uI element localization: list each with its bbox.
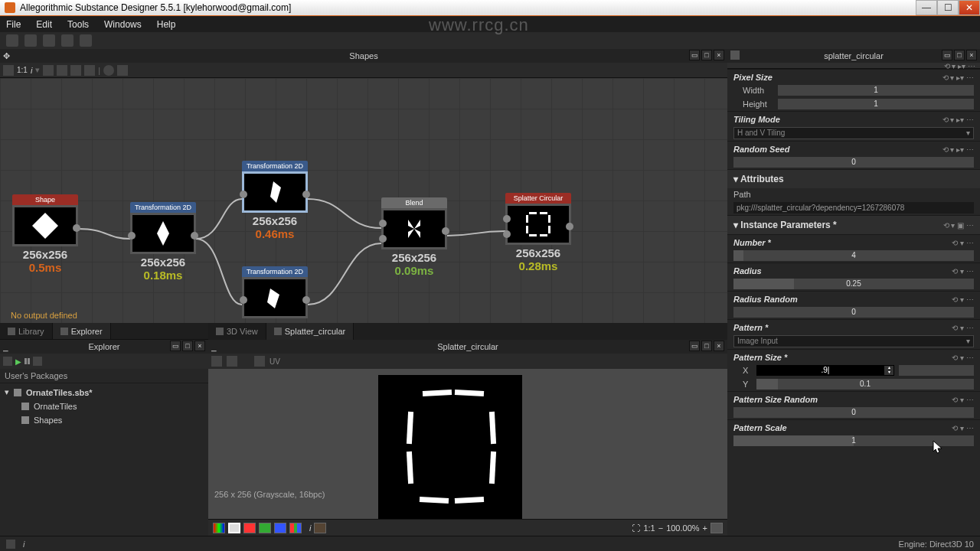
- pattern-x-slider-tail[interactable]: [899, 365, 974, 376]
- view-canvas[interactable]: 256 x 256 (Grayscale, 16bpc): [208, 369, 727, 519]
- save-icon[interactable]: [43, 34, 55, 47]
- pattern-scale-slider[interactable]: 1: [733, 435, 974, 446]
- info-icon[interactable]: i: [31, 66, 32, 75]
- minimize-button[interactable]: —: [916, 0, 937, 15]
- tree-item[interactable]: OrnateTiles: [0, 399, 208, 413]
- autolayout-icon[interactable]: [84, 65, 95, 76]
- menu-file[interactable]: File: [6, 19, 21, 30]
- prop-tools[interactable]: ⟲ ▾ ⋯: [952, 396, 974, 404]
- pause-icon[interactable]: [24, 358, 30, 364]
- zoom-label[interactable]: 1:1: [17, 66, 28, 74]
- panel-max-icon[interactable]: □: [701, 341, 712, 351]
- prop-tools[interactable]: ⟲ ▾ ⋯: [952, 239, 974, 247]
- reset-view-icon[interactable]: [3, 65, 14, 76]
- prop-tools[interactable]: ⟲ ▾ ▸▾ ⋯: [942, 73, 974, 82]
- menu-help[interactable]: Help: [157, 19, 176, 30]
- play-icon[interactable]: ▶: [15, 357, 21, 366]
- saveall-icon[interactable]: [61, 34, 74, 47]
- tree-item[interactable]: ▾OrnateTiles.sbs*: [0, 385, 208, 399]
- zoom-out-icon[interactable]: −: [658, 523, 663, 533]
- panel-undock-icon[interactable]: ▭: [689, 50, 700, 60]
- channel-g-icon[interactable]: [259, 523, 271, 533]
- pattern-x-input[interactable]: .9|▴▾: [756, 365, 894, 376]
- export-icon[interactable]: [80, 34, 92, 47]
- panel-undock-icon[interactable]: ▭: [942, 50, 952, 60]
- prop-tools[interactable]: ⟲ ▾ ▸▾ ⋯: [942, 145, 974, 154]
- seed-slider[interactable]: 0: [733, 157, 974, 168]
- output-port[interactable]: [191, 232, 198, 240]
- folder-icon[interactable]: [33, 357, 42, 366]
- zoom-in-icon[interactable]: +: [703, 523, 707, 533]
- input-port[interactable]: [503, 215, 511, 223]
- panel-close-icon[interactable]: ×: [714, 50, 724, 60]
- menu-edit[interactable]: Edit: [36, 19, 52, 30]
- input-port[interactable]: [240, 296, 247, 304]
- panel-close-icon[interactable]: ×: [966, 50, 977, 60]
- radius-random-slider[interactable]: 0: [733, 307, 974, 318]
- node-shape[interactable]: Shape 256x256 0.5ms: [12, 194, 78, 274]
- move-handle-icon[interactable]: ✥: [3, 49, 10, 63]
- expand-icon[interactable]: ▾: [5, 387, 9, 397]
- output-port[interactable]: [442, 227, 449, 235]
- info-icon[interactable]: i: [309, 523, 311, 533]
- close-button[interactable]: ✕: [959, 0, 980, 15]
- section-instance[interactable]: ▾ Instance Parameters *⟲ ▾ ▣ ⋯: [727, 215, 980, 234]
- flow-icon[interactable]: [70, 65, 81, 76]
- pattern-size-random-slider[interactable]: 0: [733, 407, 974, 418]
- link-icon[interactable]: [57, 65, 67, 76]
- prop-tools[interactable]: ⟲ ▾ ▸▾ ⋯: [942, 116, 974, 124]
- panel-max-icon[interactable]: □: [701, 50, 712, 60]
- section-attributes[interactable]: ▾ Attributes: [727, 169, 980, 188]
- menu-windows[interactable]: Windows: [104, 19, 142, 30]
- prop-tools[interactable]: ⟲ ▾ ▸▾ ⋯: [944, 63, 975, 70]
- prop-tools[interactable]: ⟲ ▾ ⋯: [952, 295, 974, 304]
- open-icon[interactable]: [24, 34, 37, 47]
- panel-undock-icon[interactable]: ▭: [170, 341, 181, 351]
- maximize-button[interactable]: ☐: [937, 0, 959, 15]
- output-port[interactable]: [73, 224, 80, 232]
- node-transform-a[interactable]: Transformation 2D 256x256 0.18ms: [130, 202, 196, 282]
- number-slider[interactable]: 4: [733, 250, 974, 261]
- node-transform-b[interactable]: Transformation 2D 256x256 0.46ms: [242, 161, 308, 240]
- lock-icon[interactable]: [710, 523, 723, 533]
- tab-explorer[interactable]: Explorer: [53, 323, 111, 339]
- tab-2dview[interactable]: Splatter_circular: [266, 323, 354, 340]
- spin-down-icon[interactable]: ▾: [884, 370, 893, 375]
- handle-icon[interactable]: ⎯: [211, 340, 217, 354]
- magnifier-icon[interactable]: [43, 65, 54, 76]
- status-icon[interactable]: [6, 540, 15, 549]
- save-image-icon[interactable]: [211, 356, 222, 367]
- prop-tools[interactable]: ⟲ ▾ ⋯: [952, 267, 974, 276]
- panel-close-icon[interactable]: ×: [194, 341, 205, 351]
- width-slider[interactable]: 1: [778, 85, 974, 96]
- height-slider[interactable]: 1: [778, 99, 974, 109]
- output-port[interactable]: [566, 223, 573, 230]
- output-port[interactable]: [302, 296, 310, 304]
- input-port[interactable]: [379, 220, 387, 227]
- channel-gray-icon[interactable]: [228, 523, 240, 533]
- tree-item[interactable]: Shapes: [0, 413, 208, 427]
- tab-library[interactable]: Library: [0, 323, 53, 339]
- input-port[interactable]: [128, 232, 136, 240]
- input-port[interactable]: [379, 235, 387, 243]
- histogram-icon[interactable]: [314, 523, 326, 533]
- panel-undock-icon[interactable]: ▭: [689, 341, 700, 351]
- panel-max-icon[interactable]: □: [182, 341, 193, 351]
- channel-b-icon[interactable]: [274, 523, 286, 533]
- channel-multi-icon[interactable]: [289, 523, 302, 533]
- uv-toggle-icon[interactable]: [254, 356, 265, 367]
- status-info-icon[interactable]: i: [23, 540, 24, 549]
- panel-close-icon[interactable]: ×: [714, 341, 724, 351]
- handle-icon[interactable]: ⎯: [3, 340, 8, 354]
- path-value[interactable]: pkg:///splatter_circular?dependency=1267…: [733, 202, 974, 214]
- graph-canvas[interactable]: Shape 256x256 0.5ms Transformation 2D 25…: [0, 78, 727, 323]
- pattern-dropdown[interactable]: Image Input▾: [733, 335, 974, 347]
- channel-r-icon[interactable]: [243, 523, 256, 533]
- more-icon[interactable]: [117, 65, 128, 76]
- panel-max-icon[interactable]: □: [954, 50, 965, 60]
- copy-icon[interactable]: [227, 356, 237, 367]
- node-splatter[interactable]: Splatter Circular 256x256 0.28ms: [505, 193, 571, 272]
- channel-rgb-icon[interactable]: [213, 523, 225, 533]
- prop-tools[interactable]: ⟲ ▾ ⋯: [952, 424, 974, 432]
- zoom-reset[interactable]: 1:1: [643, 523, 655, 533]
